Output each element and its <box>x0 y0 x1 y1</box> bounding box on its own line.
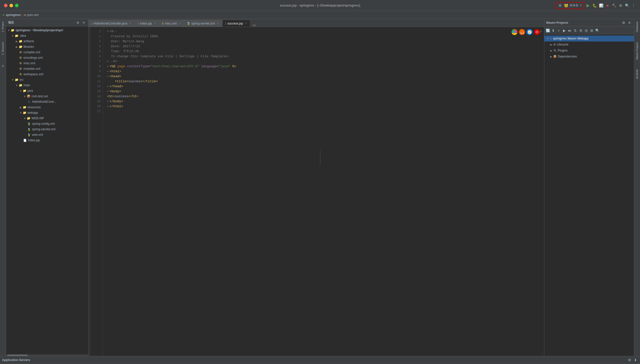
tab-spring-close[interactable]: × <box>216 22 220 25</box>
workspace-xml-icon: ⚙ <box>18 72 22 76</box>
main-folder-icon: 📁 <box>18 83 22 87</box>
webinf-label: WEB-INF <box>32 116 44 120</box>
side-tab-art-build[interactable]: Art Build <box>635 67 640 82</box>
search-icon[interactable]: 🔍 <box>624 3 630 8</box>
chevron-down-icon[interactable]: ▼ <box>580 4 582 7</box>
index-jsp[interactable]: 📄 index.jsp <box>6 138 88 143</box>
webinf-folder[interactable]: ▼ 📁 WEB-INF <box>6 116 88 121</box>
window-title: success.jsp - springmvc - [~/Desktop/pro… <box>280 4 360 7</box>
libraries-folder[interactable]: ▶ 📁 libraries <box>6 44 88 50</box>
panel-close-icon[interactable]: ✕ <box>81 20 86 25</box>
hello-controller-file[interactable]: © HelloWorldContr... <box>6 99 88 104</box>
workspace-xml[interactable]: ⚙ workspace.xml <box>6 72 88 77</box>
tomcat-icon[interactable]: 🐱 <box>564 3 568 8</box>
tab-success-jsp[interactable]: J success.jsp × <box>222 20 251 27</box>
maven-collapse-icon[interactable]: ⊟ <box>584 28 589 33</box>
tab-misc-close[interactable]: × <box>178 22 182 25</box>
vertical-divider <box>320 150 320 165</box>
build-button[interactable]: 🔨 <box>612 3 616 8</box>
spring-config-xml[interactable]: 🍃 spring-config.xml <box>6 121 88 126</box>
workspace-xml-label: workspace.xml <box>24 72 43 76</box>
menu-bar: ▼ springmvc › m pom.xml <box>0 11 640 19</box>
main-folder[interactable]: ▼ 📁 main <box>6 82 88 88</box>
run-button[interactable]: ▶ <box>586 3 590 8</box>
tab-index-jsp[interactable]: J index.jsp × <box>135 20 160 27</box>
libraries-folder-icon: 📁 <box>18 45 22 49</box>
maven-config-icon[interactable]: ⚙ <box>578 28 583 33</box>
project-tree[interactable]: ▼ 📁 springmvc ~/Desktop/project/spri ▼ 📁… <box>6 26 88 354</box>
stop-button[interactable]: ■ <box>605 3 610 8</box>
maven-tree[interactable]: ▼ m springmvc Maven Webapp ▶ ⚙ Lifecycle… <box>544 34 634 356</box>
src-folder[interactable]: ▼ 📁 src <box>6 77 88 82</box>
side-tab-project[interactable]: 1: Project <box>0 19 5 34</box>
maven-deps-item[interactable]: ▶ 📦 Dependencies <box>544 54 634 60</box>
java-folder[interactable]: ▼ 📁 java <box>6 88 88 94</box>
maven-download-icon[interactable]: ⬇ <box>551 28 556 33</box>
side-tab-database[interactable]: Database <box>635 19 640 35</box>
maven-skip-icon[interactable]: ⏭ <box>567 28 572 33</box>
debug-button[interactable]: 🐛 <box>592 3 597 8</box>
maven-expand-icon[interactable]: ⊞ <box>589 28 594 33</box>
artifacts-label: artifacts <box>24 40 34 43</box>
bottom-settings-icon[interactable]: ⚙ <box>627 358 632 362</box>
more-icon[interactable]: ⋮ <box>631 3 636 8</box>
bottom-panel-toolbar: Application Servers ⚙ ⬇ <box>0 356 640 364</box>
code-line-17 <box>107 109 540 114</box>
maven-add-icon[interactable]: + <box>556 28 561 33</box>
maven-root-item[interactable]: ▼ m springmvc Maven Webapp <box>544 36 634 42</box>
tab-spring-label: spring-servlet.xml <box>192 22 215 25</box>
spring-servlet-xml[interactable]: 🍃 spring-servlet.xml <box>6 126 88 132</box>
maven-run-icon[interactable]: ▶ <box>562 28 567 33</box>
webapp-folder[interactable]: ▼ 📁 webapp <box>6 110 88 116</box>
tab-misc-xml[interactable]: X misc.xml × <box>160 20 184 27</box>
file-check-icon: ✓ <box>539 29 542 34</box>
tree-root[interactable]: ▼ 📁 springmvc ~/Desktop/project/spri <box>6 28 88 33</box>
tab-index-close[interactable]: × <box>153 22 157 25</box>
tab-spring-servlet[interactable]: 🍃 spring-servlet.xml × <box>184 20 222 27</box>
maven-plugins-item[interactable]: ▶ 🔌 Plugins <box>544 48 634 54</box>
tab-hello-close[interactable]: × <box>129 22 132 25</box>
web-xml[interactable]: 🍃 web.xml <box>6 132 88 138</box>
settings-icon[interactable]: ⚙ <box>618 3 623 8</box>
misc-xml-label: misc.xml <box>24 62 35 65</box>
artifacts-folder[interactable]: ▶ 📁 artifacts <box>6 38 88 44</box>
maven-toggle-icon[interactable]: ⇅ <box>573 28 578 33</box>
firefox-icon[interactable]: 🦊 <box>519 29 525 35</box>
spring-servlet-label: spring-servlet.xml <box>32 128 56 131</box>
maven-root-arrow: ▼ <box>546 37 549 40</box>
webapp-label: webapp <box>28 111 38 114</box>
maven-lifecycle-item[interactable]: ▶ ⚙ Lifecycle <box>544 42 634 48</box>
editor-content: 12345 678910 1112131415 1617 ▼<%-- Creat… <box>88 27 544 356</box>
encodings-xml[interactable]: ⚙ encodings.xml <box>6 55 88 60</box>
close-button[interactable] <box>4 4 8 7</box>
run-config-box[interactable]: ⚙ 🐱 未命名 ▼ <box>556 2 584 9</box>
maximize-button[interactable] <box>15 4 18 7</box>
maven-close-icon[interactable]: ✕ <box>627 20 632 25</box>
compiler-xml[interactable]: ⚙ compiler.xml <box>6 50 88 55</box>
run-icon[interactable]: ⚙ <box>558 3 562 8</box>
safari-icon[interactable]: 🧭 <box>526 29 532 35</box>
misc-xml[interactable]: ⚙ misc.xml <box>6 60 88 66</box>
maven-settings-icon[interactable]: ⚙ <box>621 20 626 25</box>
resources-folder[interactable]: ▶ 📁 resources <box>6 104 88 110</box>
bottom-close-icon[interactable]: ⬇ <box>633 358 638 362</box>
side-tab-structure[interactable]: 2: Structure <box>0 40 5 58</box>
side-tab-m[interactable]: m <box>0 62 5 70</box>
compiler-xml-label: compiler.xml <box>24 50 40 54</box>
minimize-button[interactable] <box>10 4 13 7</box>
maven-filter-icon[interactable]: 🔍 <box>595 28 600 33</box>
chrome-icon[interactable] <box>512 29 518 35</box>
maven-refresh-icon[interactable]: 🔄 <box>545 28 550 33</box>
tab-hello-controller[interactable]: J HelloWorldController.java × <box>88 20 135 27</box>
code-editor[interactable]: ▼<%-- Created by IntelliJ IDEA. User: Ma… <box>103 27 544 356</box>
package-folder[interactable]: ▼ 📦 com.test.out <box>6 94 88 99</box>
coverage-button[interactable]: 📊 <box>598 3 604 8</box>
idea-folder[interactable]: ▼ 📁 .idea <box>6 33 88 38</box>
modules-xml[interactable]: ⚙ modules.xml <box>6 66 88 72</box>
tab-success-close[interactable]: × <box>244 22 248 25</box>
side-tab-maven-projects[interactable]: Maven Projects <box>635 40 640 62</box>
plugins-icon: 🔌 <box>553 49 557 52</box>
encodings-xml-label: encodings.xml <box>24 56 43 60</box>
panel-settings-icon[interactable]: ⚙ <box>75 20 80 25</box>
tab-success-label: success.jsp <box>228 22 243 25</box>
